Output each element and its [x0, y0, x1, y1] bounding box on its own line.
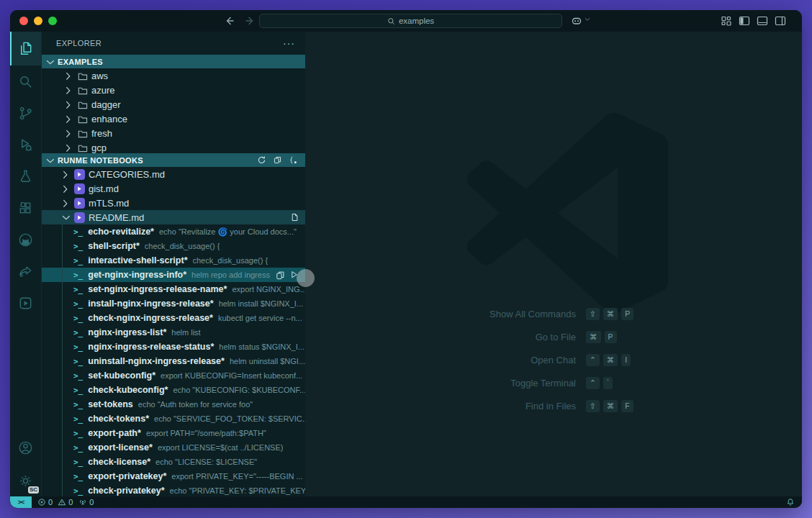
activity-share[interactable]	[10, 255, 41, 287]
problems-indicator[interactable]: 0 0	[37, 498, 73, 506]
command-center-search[interactable]: examples	[259, 14, 562, 28]
maximize-window-button[interactable]	[48, 17, 57, 25]
close-window-button[interactable]	[19, 17, 28, 25]
notebook-cell-row[interactable]: >_ interactive-shell-script* check_disk_…	[42, 253, 305, 268]
notifications-bell[interactable]	[786, 498, 795, 506]
more-actions-icon[interactable]: ···	[283, 37, 295, 49]
open-notebook-icon[interactable]	[289, 212, 299, 222]
folder-row[interactable]: aws	[42, 68, 305, 83]
cell-command-preview: helm status $NGINX_I...	[219, 342, 304, 351]
terminal-icon: >_	[73, 256, 83, 265]
notebook-cell-row[interactable]: >_ export-license* export LICENSE=$(cat …	[42, 440, 305, 455]
share-arrow-icon	[17, 263, 34, 280]
folder-row[interactable]: gcp	[42, 140, 305, 153]
notebook-cell-row[interactable]: >_ uninstall-nginx-ingress-release* helm…	[42, 354, 305, 368]
activity-explorer[interactable]	[10, 32, 41, 65]
notebook-cell-row[interactable]: >_ nginx-ingress-release-status* helm st…	[42, 340, 305, 354]
activity-extensions[interactable]	[10, 192, 41, 224]
chevron-down-icon	[45, 57, 55, 67]
cell-name: check-license*	[88, 457, 150, 467]
terminal-icon: >_	[73, 429, 83, 438]
shortcut-label: Find in Files	[348, 401, 576, 412]
notebook-row[interactable]: gist.md	[42, 181, 305, 196]
notebook-cell-row[interactable]: >_ check-tokens* echo "SERVICE_FOO_TOKEN…	[42, 412, 305, 426]
activity-runme[interactable]	[10, 287, 41, 319]
bell-icon	[786, 498, 795, 506]
braces-icon[interactable]	[289, 155, 298, 165]
notebook-cell-row[interactable]: >_ set-kubeconfig* export KUBECONFIG=Ins…	[42, 368, 305, 383]
activity-source-control[interactable]	[10, 97, 41, 129]
notebook-cell-row[interactable]: >_ check-nginx-ingress-release* kubectl …	[42, 311, 305, 325]
notebook-cell-row[interactable]: >_ nginx-ingress-list* helm list	[42, 325, 305, 340]
refresh-icon[interactable]	[257, 155, 266, 165]
mouse-cursor-overlay	[297, 269, 315, 287]
chevron-down-icon	[584, 16, 594, 26]
notebook-row-readme[interactable]: README.md	[42, 210, 305, 224]
section-examples[interactable]: EXAMPLES	[42, 55, 305, 68]
terminal-icon: >_	[73, 443, 83, 453]
notebook-cell-row[interactable]: >_ export-path* export PATH="/some/path:…	[42, 426, 305, 440]
navigate-forward-icon[interactable]	[245, 15, 256, 27]
activity-bar: SC	[10, 32, 42, 496]
keyboard-key: I	[621, 354, 631, 366]
notebook-cell-row[interactable]: >_ check-license* echo "LICENSE: $LICENS…	[42, 455, 305, 469]
section-runme-notebooks[interactable]: RUNME NOTEBOOKS	[42, 153, 305, 167]
navigate-back-icon[interactable]	[223, 15, 235, 27]
error-icon	[37, 498, 46, 506]
activity-run-debug[interactable]	[10, 129, 41, 160]
customize-layout-icon[interactable]	[721, 15, 732, 27]
cell-name: check-tokens*	[88, 414, 149, 424]
copilot-menu[interactable]	[571, 15, 594, 27]
notebook-row[interactable]: CATEGORIES.md	[42, 167, 305, 181]
activity-github[interactable]	[10, 224, 41, 255]
activity-testing[interactable]	[10, 160, 41, 192]
cell-name: export-path*	[88, 428, 141, 438]
toggle-panel-icon[interactable]	[757, 15, 768, 27]
notebook-cell-row[interactable]: >_ shell-script* check_disk_usage() {	[42, 239, 305, 253]
notebook-row[interactable]: mTLS.md	[42, 196, 305, 210]
notebook-cell-row[interactable]: >_ set-tokens echo "Auth token for servi…	[42, 397, 305, 412]
folder-row[interactable]: azure	[42, 83, 305, 97]
notebook-cell-row[interactable]: >_ set-nginx-ingress-release-name* expor…	[42, 282, 305, 296]
cell-command-preview: check_disk_usage() {	[145, 242, 220, 250]
toggle-primary-sidebar-icon[interactable]	[739, 15, 750, 27]
notebook-cell-row[interactable]: >_ install-nginx-ingress-release* helm i…	[42, 296, 305, 311]
settings-button[interactable]: SC	[10, 465, 41, 496]
minimize-window-button[interactable]	[34, 17, 42, 25]
notebook-cell-row[interactable]: >_ check-kubeconfig* echo "KUBECONFIG: $…	[42, 383, 305, 397]
notebook-cell-row[interactable]: >_ check-privatekey* echo "PRIVATE_KEY: …	[42, 483, 305, 496]
copy-cell-icon[interactable]	[275, 270, 285, 280]
keyboard-key: ⌃	[586, 377, 600, 389]
folder-row[interactable]: dagger	[42, 97, 305, 112]
folder-icon	[77, 99, 88, 110]
notebook-cell-row[interactable]: >_ get-nginx-ingress-info* helm repo add…	[42, 268, 305, 282]
cell-command-preview: echo "LICENSE: $LICENSE"	[155, 458, 257, 466]
shortcut-row: Find in Files ⇧⌘F	[348, 394, 752, 417]
search-icon	[17, 73, 34, 90]
toggle-secondary-sidebar-icon[interactable]	[775, 15, 786, 27]
notebook-cell-row[interactable]: >_ export-privatekey* export PRIVATE_KEY…	[42, 469, 305, 483]
keyboard-key: ⌘	[603, 354, 618, 366]
broadcast-indicator[interactable]: 0	[78, 498, 94, 506]
terminal-icon: >_	[73, 486, 83, 496]
copy-icon[interactable]	[273, 155, 282, 165]
folder-name: gcp	[91, 142, 107, 153]
shortcut-keys: ⇧⌘P	[586, 308, 633, 320]
remote-indicator[interactable]: ><	[10, 496, 32, 508]
account-button[interactable]	[10, 433, 41, 465]
keyboard-key: P	[621, 308, 633, 320]
folder-row[interactable]: fresh	[42, 126, 305, 140]
shortcut-keys: ⌃⌘I	[586, 354, 631, 366]
broadcast-icon	[78, 498, 87, 506]
notebook-cell-row[interactable]: >_ echo-revitalize* echo "Revitalize 🌀 y…	[42, 224, 305, 239]
folder-row[interactable]: enhance	[42, 112, 305, 126]
chevron-right-icon	[60, 198, 71, 208]
cell-name: set-kubeconfig*	[88, 371, 155, 381]
activity-search[interactable]	[10, 65, 41, 97]
notebook-name: CATEGORIES.md	[89, 169, 165, 180]
watermark-shortcuts: Show All Commands ⇧⌘P Go to File ⌘P Open…	[348, 302, 752, 417]
cell-command-preview: export PRIVATE_KEY="-----BEGIN ...	[171, 472, 302, 481]
terminal-icon: >_	[73, 285, 83, 294]
github-icon	[17, 232, 34, 248]
warning-count: 0	[68, 498, 73, 506]
